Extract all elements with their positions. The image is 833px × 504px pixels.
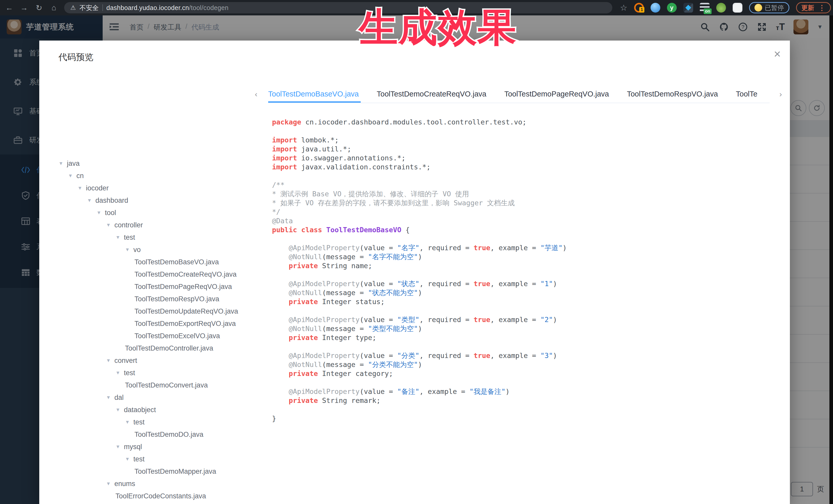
caret-down-icon[interactable]: ▼ xyxy=(116,367,120,379)
tree-folder-node[interactable]: ▼enums xyxy=(39,478,270,490)
caret-down-icon[interactable]: ▼ xyxy=(125,453,130,465)
omnibox[interactable]: ⚠ 不安全 dashboard.yudao.iocoder.cn/tool/co… xyxy=(64,2,612,13)
tabs-scroll-right-icon[interactable]: › xyxy=(779,90,782,99)
tree-folder-node[interactable]: ▼dashboard xyxy=(39,194,270,207)
code-line: private Integer category; xyxy=(272,369,780,378)
code-tab[interactable]: ToolTestDemoBaseVO.java xyxy=(268,87,359,103)
tree-file-node[interactable]: ToolTestDemoBaseVO.java xyxy=(39,256,270,268)
caret-down-icon[interactable]: ▼ xyxy=(87,194,92,207)
code-line: private Integer status; xyxy=(272,297,780,306)
extension-green-y-icon[interactable]: y xyxy=(667,3,677,13)
paused-label: 已暂停 xyxy=(765,4,784,12)
tree-node-label: ToolTestDemoExcelVO.java xyxy=(135,332,220,340)
tree-folder-node[interactable]: ▼cn xyxy=(39,170,270,182)
code-line: /** xyxy=(272,181,780,189)
code-line xyxy=(272,126,780,136)
caret-down-icon[interactable]: ▼ xyxy=(96,207,101,219)
paused-extension-pill[interactable]: 已暂停 xyxy=(749,2,789,13)
caret-down-icon[interactable]: ▼ xyxy=(106,502,111,504)
caret-down-icon[interactable]: ▼ xyxy=(68,170,73,182)
tree-node-label: ToolTestDemoController.java xyxy=(125,344,213,352)
code-line: import io.swagger.annotations.*; xyxy=(272,153,780,163)
extension-on-badge: on xyxy=(704,8,712,14)
caret-down-icon[interactable]: ▼ xyxy=(106,219,111,231)
tree-folder-node[interactable]: ▼dal xyxy=(39,391,270,404)
caret-down-icon[interactable]: ▼ xyxy=(125,243,130,256)
code-view[interactable]: package cn.iocoder.dashboard.modules.too… xyxy=(272,118,780,497)
code-line xyxy=(272,234,780,243)
extension-diamond-icon[interactable] xyxy=(683,3,693,13)
tree-file-node[interactable]: ToolErrorCodeConstants.java xyxy=(39,490,270,502)
code-tab[interactable]: ToolTestDemoRespVO.java xyxy=(627,87,718,103)
modal-title: 代码预览 xyxy=(58,51,93,63)
browser-menu-dots-icon[interactable]: ⋮ xyxy=(818,4,826,12)
caret-down-icon[interactable]: ▼ xyxy=(58,157,63,170)
code-tab[interactable]: ToolTestDemoPageReqVO.java xyxy=(504,87,609,103)
close-icon[interactable]: × xyxy=(770,47,785,61)
code-tab[interactable]: ToolTestDemoCreateReqVO.java xyxy=(377,87,486,103)
tree-file-node[interactable]: ToolTestDemoRespVO.java xyxy=(39,293,270,305)
code-line: import lombok.*; xyxy=(272,136,780,144)
tree-folder-node[interactable]: ▼convert xyxy=(39,354,270,367)
tree-folder-node[interactable]: ▼tool xyxy=(39,207,270,219)
update-label: 更新 xyxy=(802,4,814,12)
tree-file-node[interactable]: ToolTestDemoDO.java xyxy=(39,428,270,440)
browser-back-button[interactable]: ← xyxy=(4,2,15,13)
extensions-puzzle-icon[interactable] xyxy=(733,3,742,13)
extension-list-icon[interactable]: on xyxy=(700,3,710,13)
code-line: import java.util.*; xyxy=(272,144,780,153)
update-button[interactable]: 更新 ⋮ xyxy=(796,2,831,13)
tree-file-node[interactable]: ToolTestDemoMapper.java xyxy=(39,465,270,478)
tree-folder-node[interactable]: ▼iocoder xyxy=(39,182,270,194)
browser-forward-button[interactable]: → xyxy=(19,2,30,13)
code-line: @Data xyxy=(272,216,780,225)
caret-down-icon[interactable]: ▼ xyxy=(116,404,120,416)
caret-down-icon[interactable]: ▼ xyxy=(125,416,130,428)
extension-orange-icon[interactable]: 1 xyxy=(634,3,644,13)
code-line: private String remark; xyxy=(272,396,780,405)
tree-file-node[interactable]: ToolTestDemoExcelVO.java xyxy=(39,330,270,342)
tree-file-node[interactable]: ToolTestDemoController.java xyxy=(39,342,270,354)
tree-node-label: test xyxy=(124,369,135,377)
tree-node-label: dal xyxy=(115,394,124,401)
tree-file-node[interactable]: ToolTestDemoPageReqVO.java xyxy=(39,281,270,293)
tree-folder-node[interactable]: ▼controller xyxy=(39,219,270,231)
omnibox-divider xyxy=(102,4,103,11)
caret-down-icon[interactable]: ▼ xyxy=(116,440,120,453)
tree-folder-node[interactable]: ▼test xyxy=(39,416,270,428)
tree-folder-node[interactable]: ▼test xyxy=(39,367,270,379)
tree-folder-node[interactable]: ▼java xyxy=(39,157,270,170)
bookmark-star-icon[interactable]: ☆ xyxy=(620,3,627,13)
extension-plant-icon[interactable] xyxy=(716,3,726,13)
code-tabs: ToolTestDemoBaseVO.javaToolTestDemoCreat… xyxy=(268,87,770,103)
tree-file-node[interactable]: ToolTestDemoExportReqVO.java xyxy=(39,317,270,330)
code-tab[interactable]: ToolTe xyxy=(736,87,758,103)
tree-file-node[interactable]: ToolTestDemoConvert.java xyxy=(39,379,270,391)
code-line: private String name; xyxy=(272,261,780,270)
tree-folder-node[interactable]: ▼service xyxy=(39,502,270,504)
tree-folder-node[interactable]: ▼mysql xyxy=(39,440,270,453)
tree-file-node[interactable]: ToolTestDemoUpdateReqVO.java xyxy=(39,305,270,317)
tree-node-label: dashboard xyxy=(95,197,128,204)
code-line: @NotNull(message = "名字不能为空") xyxy=(272,252,780,261)
caret-down-icon[interactable]: ▼ xyxy=(106,478,111,490)
extension-drop-icon[interactable] xyxy=(650,3,660,13)
code-line: } xyxy=(272,414,780,423)
file-tree: ▼java▼cn▼iocoder▼dashboard▼tool▼controll… xyxy=(39,157,270,504)
tree-folder-node[interactable]: ▼vo xyxy=(39,243,270,256)
tree-node-label: mysql xyxy=(124,443,142,451)
caret-down-icon[interactable]: ▼ xyxy=(106,391,111,404)
caret-down-icon[interactable]: ▼ xyxy=(106,354,111,367)
caret-down-icon[interactable]: ▼ xyxy=(77,182,82,194)
caret-down-icon[interactable]: ▼ xyxy=(116,231,120,243)
extension-badge: 1 xyxy=(639,7,644,13)
tree-folder-node[interactable]: ▼test xyxy=(39,453,270,465)
tree-node-label: enums xyxy=(115,480,135,487)
tree-file-node[interactable]: ToolTestDemoCreateReqVO.java xyxy=(39,268,270,281)
tree-folder-node[interactable]: ▼dataobject xyxy=(39,404,270,416)
extension-y-glyph: y xyxy=(670,4,673,11)
browser-reload-button[interactable]: ↻ xyxy=(33,2,45,13)
tabs-scroll-left-icon[interactable]: ‹ xyxy=(255,90,257,99)
browser-home-button[interactable]: ⌂ xyxy=(48,2,60,13)
tree-folder-node[interactable]: ▼test xyxy=(39,231,270,243)
